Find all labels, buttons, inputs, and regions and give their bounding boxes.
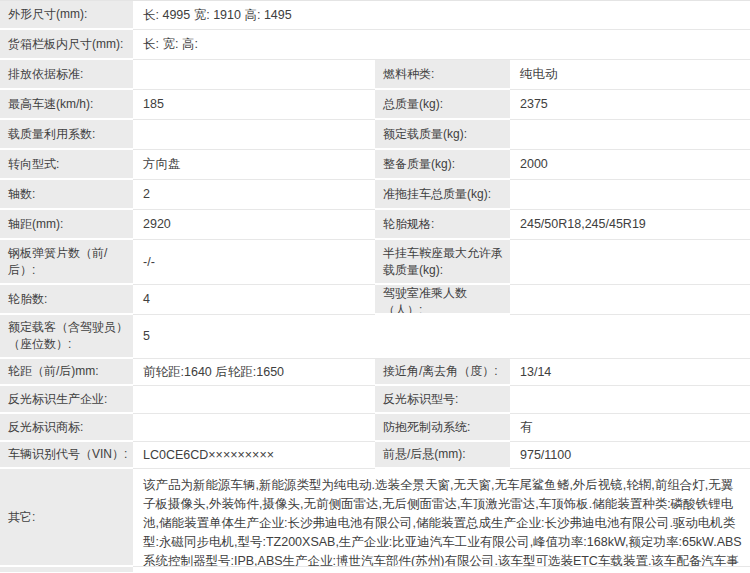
row-track-approach-angle: 轮距（前/后)mm: 前轮距:1640 后轮距:1650 接近角/离去角（度）:… bbox=[0, 359, 750, 386]
spec-value bbox=[133, 60, 375, 90]
spec-value bbox=[133, 120, 375, 150]
row-seating-capacity: 额定载客（含驾驶员）（座位数）: 5 bbox=[0, 315, 750, 359]
spec-label: 前悬/后悬(mm): bbox=[375, 442, 510, 469]
row-leaf-springs-saddle-load: 钢板弹簧片数（前/后）: -/- 半挂车鞍座最大允许承载质量(kg): bbox=[0, 240, 750, 285]
spec-label: 反光标识商标: bbox=[0, 414, 133, 442]
row-partial-clipped bbox=[0, 567, 750, 573]
row-exterior-dimensions: 外形尺寸(mm): 长: 4995 宽: 1910 高: 1495 bbox=[0, 1, 750, 30]
spec-label: 钢板弹簧片数（前/后）: bbox=[0, 240, 133, 285]
spec-value bbox=[133, 414, 375, 442]
spec-value: 纯电动 bbox=[510, 60, 750, 90]
spec-value bbox=[510, 285, 750, 315]
row-other-remarks: 其它: 该产品为新能源车辆,新能源类型为纯电动.选装全景天窗,无天窗,无车尾鲨鱼… bbox=[0, 469, 750, 567]
spec-value: 长: 宽: 高: bbox=[133, 30, 750, 60]
spec-label: 整备质量(kg): bbox=[375, 150, 510, 180]
spec-value: 2920 bbox=[133, 210, 375, 240]
spec-label: 其它: bbox=[0, 469, 133, 567]
spec-value: 185 bbox=[133, 90, 375, 120]
spec-label: 轮胎规格: bbox=[375, 210, 510, 240]
spec-label: 排放依据标准: bbox=[0, 60, 133, 90]
row-emission-standard-fuel-type: 排放依据标准: 燃料种类: 纯电动 bbox=[0, 60, 750, 90]
spec-label: 额定载客（含驾驶员）（座位数）: bbox=[0, 315, 133, 359]
spec-value: 长: 4995 宽: 1910 高: 1495 bbox=[133, 1, 750, 30]
spec-value: 13/14 bbox=[510, 359, 750, 386]
spec-label: 半挂车鞍座最大允许承载质量(kg): bbox=[375, 240, 510, 285]
row-reflective-marking-brand-abs: 反光标识商标: 防抱死制动系统: 有 bbox=[0, 414, 750, 442]
row-axle-count-trailer-mass: 轴数: 2 准拖挂车总质量(kg): bbox=[0, 180, 750, 210]
spec-value: 4 bbox=[133, 285, 375, 315]
spec-value bbox=[510, 120, 750, 150]
spec-value bbox=[510, 240, 750, 285]
spec-label: 接近角/离去角（度）: bbox=[375, 359, 510, 386]
spec-label: 外形尺寸(mm): bbox=[0, 1, 133, 30]
row-tire-count-cab-passengers: 轮胎数: 4 驾驶室准乘人数（人）: bbox=[0, 285, 750, 315]
spec-label: 载质量利用系数: bbox=[0, 120, 133, 150]
row-reflective-marking-manufacturer-model: 反光标识生产企业: 反光标识型号: bbox=[0, 386, 750, 414]
spec-label: 最高车速(km/h): bbox=[0, 90, 133, 120]
spec-value: 该产品为新能源车辆,新能源类型为纯电动.选装全景天窗,无天窗,无车尾鲨鱼鳍,外后… bbox=[133, 469, 750, 567]
row-top-speed-gross-mass: 最高车速(km/h): 185 总质量(kg): 2375 bbox=[0, 90, 750, 120]
spec-value bbox=[133, 386, 375, 414]
spec-label: 燃料种类: bbox=[375, 60, 510, 90]
spec-label: 轮胎数: bbox=[0, 285, 133, 315]
spec-label: 货箱栏板内尺寸(mm): bbox=[0, 30, 133, 60]
spec-value: 5 bbox=[133, 315, 750, 359]
spec-value: 2 bbox=[133, 180, 375, 210]
spec-value bbox=[510, 386, 750, 414]
row-wheelbase-tire-spec: 轴距(mm): 2920 轮胎规格: 245/50R18,245/45R19 bbox=[0, 210, 750, 240]
spec-value: 方向盘 bbox=[133, 150, 375, 180]
spec-label: 轮距（前/后)mm: bbox=[0, 359, 133, 386]
spec-label: 准拖挂车总质量(kg): bbox=[375, 180, 510, 210]
spec-label: 防抱死制动系统: bbox=[375, 414, 510, 442]
spec-label: 驾驶室准乘人数（人）: bbox=[375, 285, 510, 315]
spec-label: 轴距(mm): bbox=[0, 210, 133, 240]
spec-value: 2000 bbox=[510, 150, 750, 180]
spec-value: -/- bbox=[133, 240, 375, 285]
row-cargo-box-dimensions: 货箱栏板内尺寸(mm): 长: 宽: 高: bbox=[0, 30, 750, 60]
spec-value: 前轮距:1640 后轮距:1650 bbox=[133, 359, 375, 386]
spec-label: 轴数: bbox=[0, 180, 133, 210]
spec-label: 反光标识型号: bbox=[375, 386, 510, 414]
spec-value: 245/50R18,245/45R19 bbox=[510, 210, 750, 240]
spec-label bbox=[0, 567, 133, 573]
row-steering-curb-mass: 转向型式: 方向盘 整备质量(kg): 2000 bbox=[0, 150, 750, 180]
spec-label: 转向型式: bbox=[0, 150, 133, 180]
spec-value bbox=[133, 567, 750, 573]
spec-value: LC0CE6CD××××××××× bbox=[133, 442, 375, 469]
vehicle-spec-table: 外形尺寸(mm): 长: 4995 宽: 1910 高: 1495 货箱栏板内尺… bbox=[0, 0, 750, 573]
spec-label: 车辆识别代号（VIN）: bbox=[0, 442, 133, 469]
spec-label: 总质量(kg): bbox=[375, 90, 510, 120]
spec-value: 975/1100 bbox=[510, 442, 750, 469]
spec-value: 2375 bbox=[510, 90, 750, 120]
spec-label: 额定载质量(kg): bbox=[375, 120, 510, 150]
spec-value bbox=[510, 180, 750, 210]
row-vin-overhang: 车辆识别代号（VIN）: LC0CE6CD××××××××× 前悬/后悬(mm)… bbox=[0, 442, 750, 469]
spec-label: 反光标识生产企业: bbox=[0, 386, 133, 414]
row-load-utilization-rated-load: 载质量利用系数: 额定载质量(kg): bbox=[0, 120, 750, 150]
spec-value: 有 bbox=[510, 414, 750, 442]
